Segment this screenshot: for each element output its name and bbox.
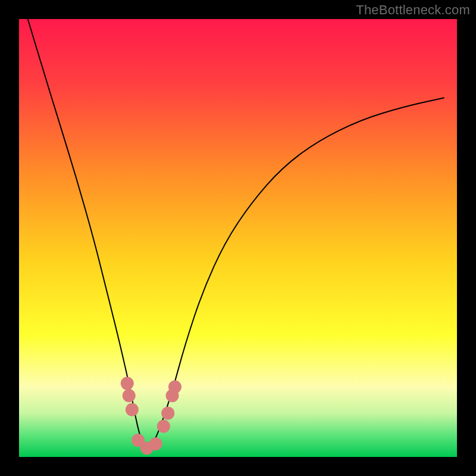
watermark-text: TheBottleneck.com	[356, 2, 470, 18]
highlight-dot	[123, 389, 136, 402]
highlight-dot	[126, 403, 139, 416]
highlight-dot	[168, 380, 181, 393]
plot-svg	[19, 19, 457, 457]
gradient-background	[19, 19, 457, 457]
highlight-dot	[161, 406, 174, 419]
plot-area	[19, 19, 457, 457]
highlight-dot	[157, 419, 170, 433]
chart-frame: TheBottleneck.com	[0, 0, 476, 476]
highlight-dot	[149, 437, 162, 450]
highlight-dot	[121, 377, 134, 390]
